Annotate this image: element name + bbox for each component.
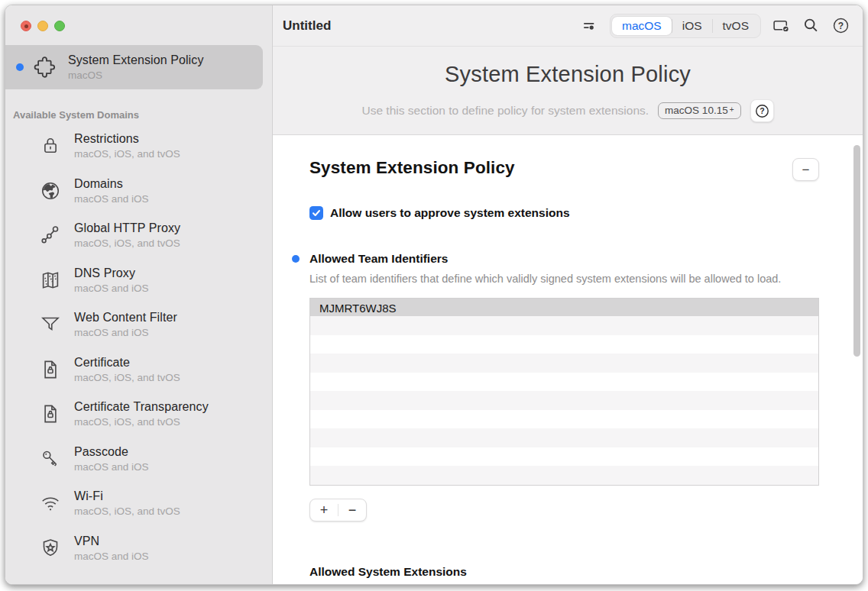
table-row-empty[interactable] <box>310 316 818 335</box>
section-header-row: System Extension Policy − <box>309 158 819 181</box>
key-icon <box>36 444 65 473</box>
checkbox-label: Allow users to approve system extensions <box>330 206 570 220</box>
globe-icon <box>36 176 65 205</box>
table-row-empty[interactable] <box>310 354 818 373</box>
scrollbar-thumb[interactable] <box>853 145 860 357</box>
sidebar-item-label: Global HTTP Proxy <box>74 221 180 235</box>
svg-text:?: ? <box>760 106 764 115</box>
add-identifier-button[interactable]: + <box>310 499 338 521</box>
sidebar-item-platforms: macOS, iOS, and tvOS <box>74 505 180 517</box>
approve-extensions-checkbox-row[interactable]: Allow users to approve system extensions <box>309 206 819 220</box>
section-help-button[interactable]: ? <box>750 99 774 122</box>
sidebar-item-label: Passcode <box>74 445 149 459</box>
sidebar-item-platforms: macOS, iOS, and tvOS <box>74 237 180 249</box>
sidebar-item-label: Web Content Filter <box>74 311 177 325</box>
search-icon[interactable] <box>802 16 821 35</box>
sidebar-item-label: DNS Proxy <box>74 266 149 280</box>
sidebar-item-restrictions[interactable]: Restrictions macOS, iOS, and tvOS <box>5 124 272 169</box>
device-check-icon[interactable] <box>772 16 791 35</box>
tab-tvos[interactable]: tvOS <box>713 17 759 35</box>
sidebar-item-platforms: macOS and iOS <box>74 551 149 562</box>
wifi-icon <box>36 489 65 518</box>
window-controls <box>5 5 272 42</box>
sidebar-item-label: System Extension Policy <box>68 53 203 67</box>
document-title: Untitled <box>283 18 331 34</box>
zoom-button[interactable] <box>54 21 65 31</box>
sidebar-section-header: Available System Domains <box>5 89 272 124</box>
table-row-empty[interactable] <box>310 447 818 467</box>
sidebar-item-label: VPN <box>74 534 149 548</box>
team-identifiers-table: MJMRT6WJ8S <box>309 298 819 486</box>
policy-form: System Extension Policy − Allow users to… <box>273 135 863 584</box>
table-row-empty[interactable] <box>310 391 818 410</box>
page-header: System Extension Policy Use this section… <box>273 47 863 135</box>
main-content: Untitled macOS iOS tvOS <box>273 5 863 584</box>
add-remove-control: + − <box>309 499 367 522</box>
sidebar-item-platforms: macOS, iOS, and tvOS <box>74 148 180 160</box>
sidebar-item-platforms: macOS and iOS <box>74 461 149 473</box>
sidebar-item-vpn[interactable]: VPN macOS and iOS <box>5 526 272 571</box>
sidebar-item-platforms: macOS <box>68 69 203 81</box>
tab-macos[interactable]: macOS <box>612 17 672 35</box>
table-row-empty[interactable] <box>310 466 818 485</box>
sidebar-item-certificate[interactable]: Certificate macOS, iOS, and tvOS <box>5 347 272 392</box>
table-row-team-id[interactable]: MJMRT6WJ8S <box>310 299 818 316</box>
team-identifiers-title: Allowed Team Identifiers <box>309 252 448 266</box>
sidebar-item-passcode[interactable]: Passcode macOS and iOS <box>5 437 272 482</box>
table-row-empty[interactable] <box>310 335 818 354</box>
help-icon[interactable]: ? <box>831 16 850 35</box>
sidebar-item-dns-proxy[interactable]: DNS Proxy macOS and iOS <box>5 258 272 303</box>
os-version-plus: + <box>730 105 734 114</box>
remove-section-button[interactable]: − <box>792 158 819 181</box>
sidebar-item-platforms: macOS, iOS, and tvOS <box>74 372 180 383</box>
page-subtitle: Use this section to define policy for sy… <box>361 104 649 118</box>
puzzle-icon <box>30 53 59 82</box>
sidebar-item-platforms: macOS, iOS, and tvOS <box>74 416 209 428</box>
filter-icon[interactable] <box>580 16 599 35</box>
sidebar-item-label: Restrictions <box>74 132 180 146</box>
certificate-icon <box>36 355 65 384</box>
funnel-icon <box>36 310 65 339</box>
shield-star-icon <box>36 534 65 563</box>
sidebar-item-wifi[interactable]: Wi-Fi macOS, iOS, and tvOS <box>5 481 272 526</box>
os-version-badge: macOS 10.15 + <box>658 102 740 119</box>
table-row-empty[interactable] <box>310 410 818 429</box>
close-button[interactable] <box>21 21 31 31</box>
remove-identifier-button[interactable]: − <box>338 499 366 521</box>
lock-icon <box>36 131 65 160</box>
svg-text:?: ? <box>838 21 844 31</box>
sidebar-item-platforms: macOS and iOS <box>74 327 177 338</box>
checkbox-checked-icon[interactable] <box>309 206 323 220</box>
sidebar-item-label: Domains <box>74 177 149 191</box>
configured-dot <box>292 255 300 263</box>
sidebar-item-label: Certificate Transparency <box>74 400 209 414</box>
sidebar-item-global-http-proxy[interactable]: Global HTTP Proxy macOS, iOS, and tvOS <box>5 213 272 258</box>
map-icon <box>36 266 65 295</box>
table-row-empty[interactable] <box>310 373 818 392</box>
tab-ios[interactable]: iOS <box>672 17 712 35</box>
sidebar-item-label: Wi-Fi <box>74 489 180 503</box>
sidebar: System Extension Policy macOS Available … <box>5 5 273 584</box>
page-title: System Extension Policy <box>445 62 691 87</box>
sidebar-item-platforms: macOS and iOS <box>74 193 149 205</box>
configured-dot <box>16 63 24 71</box>
system-extensions-title: Allowed System Extensions <box>309 565 467 578</box>
sidebar-item-web-content-filter[interactable]: Web Content Filter macOS and iOS <box>5 302 272 347</box>
app-window: System Extension Policy macOS Available … <box>5 5 863 585</box>
page-subtitle-row: Use this section to define policy for sy… <box>361 99 773 122</box>
titlebar: Untitled macOS iOS tvOS <box>273 5 863 47</box>
os-version-text: macOS 10.15 <box>665 105 728 116</box>
sidebar-item-domains[interactable]: Domains macOS and iOS <box>5 169 272 214</box>
section-title: System Extension Policy <box>309 158 515 178</box>
team-identifiers-header: Allowed Team Identifiers <box>290 252 819 266</box>
toolbar: macOS iOS tvOS <box>580 14 850 38</box>
network-nodes-icon <box>36 221 65 250</box>
sidebar-item-certificate-transparency[interactable]: Certificate Transparency macOS, iOS, and… <box>5 392 272 437</box>
table-row-empty[interactable] <box>310 428 818 447</box>
sidebar-selected-text: System Extension Policy macOS <box>68 53 203 81</box>
minimize-button[interactable] <box>37 21 48 31</box>
sidebar-item-system-extension-policy[interactable]: System Extension Policy macOS <box>5 45 263 89</box>
platform-segmented-control: macOS iOS tvOS <box>610 14 761 38</box>
certificate-icon <box>36 399 65 428</box>
sidebar-item-platforms: macOS and iOS <box>74 283 149 294</box>
